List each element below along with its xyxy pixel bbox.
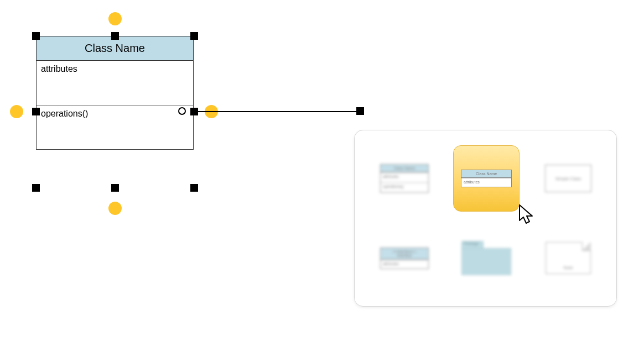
uml-class-title[interactable]: Class Name: [37, 36, 193, 61]
shape-option-class-2[interactable]: Class Name attributes: [453, 145, 520, 212]
selection-handle-se[interactable]: [190, 184, 198, 192]
shape-option-simple-class[interactable]: Simple Class: [535, 145, 601, 212]
package-body-icon: [461, 248, 511, 275]
uml-class-operations-section[interactable]: operations(): [37, 105, 193, 149]
shape-option-label: Package: [464, 241, 479, 245]
selection-handle-w[interactable]: [32, 108, 40, 115]
shape-option-section: attributes: [461, 178, 511, 187]
shape-picker-panel[interactable]: Class Name attributes operations() Class…: [354, 130, 617, 307]
shape-option-section: attributes: [381, 260, 428, 268]
connection-point-bottom[interactable]: [108, 202, 122, 215]
connection-point-top[interactable]: [108, 12, 122, 25]
uml-class-shape[interactable]: Class Name attributes operations(): [36, 36, 194, 150]
shape-option-note[interactable]: Note: [535, 225, 601, 291]
shape-option-label: <<Interface>> Interface: [381, 248, 428, 260]
connector-endpoint-handle[interactable]: [356, 107, 364, 115]
shape-option-section: operations(): [381, 182, 428, 192]
selection-handle-n[interactable]: [111, 32, 119, 40]
shape-option-label: Simple Class: [545, 165, 591, 192]
shape-option-label: Class Name: [461, 170, 511, 178]
shape-option-class-3[interactable]: Class Name attributes operations(): [371, 145, 438, 212]
selection-handle-nw[interactable]: [32, 32, 40, 40]
uml-class-attributes-section[interactable]: attributes: [37, 61, 193, 105]
shape-option-section: attributes: [381, 172, 428, 182]
shape-option-package[interactable]: Package: [453, 225, 520, 291]
selection-handle-sw[interactable]: [32, 184, 40, 192]
shape-option-label: Note: [564, 265, 573, 270]
shape-option-label: Class Name: [381, 165, 428, 172]
shape-option-interface[interactable]: <<Interface>> Interface attributes: [371, 225, 438, 291]
connector-line[interactable]: [198, 111, 359, 112]
connection-point-left[interactable]: [10, 105, 23, 118]
connector-source-port[interactable]: [178, 107, 186, 115]
selection-handle-ne[interactable]: [190, 32, 198, 40]
selection-handle-s[interactable]: [111, 184, 119, 192]
note-fold-icon: [582, 242, 591, 251]
selection-handle-e[interactable]: [190, 108, 198, 115]
